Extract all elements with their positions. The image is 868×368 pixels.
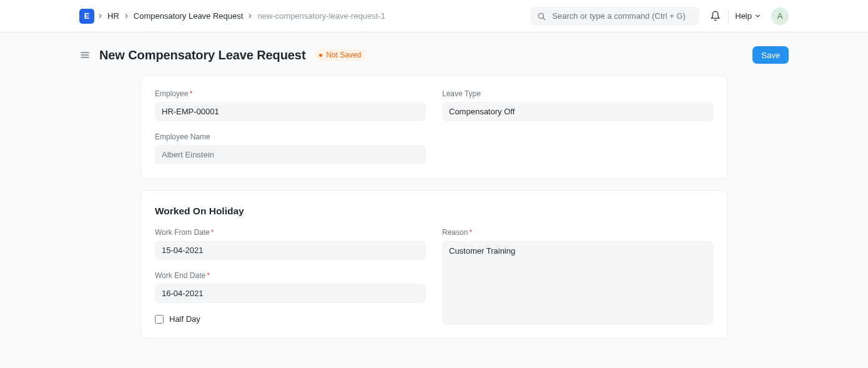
help-menu[interactable]: Help [731, 11, 765, 21]
employee-details-card: Employee* Employee Name Leave Type [141, 75, 727, 179]
divider [728, 9, 729, 24]
chevron-down-icon [754, 12, 761, 19]
bell-icon [710, 11, 721, 21]
reason-label: Reason* [442, 228, 713, 237]
status-badge: Not Saved [314, 49, 367, 61]
work-from-date-input[interactable] [155, 241, 426, 260]
breadcrumb: HR Compensatory Leave Request new-compen… [97, 11, 385, 21]
required-indicator: * [211, 228, 214, 237]
user-avatar[interactable]: A [771, 7, 789, 25]
breadcrumb-item-hr[interactable]: HR [107, 11, 119, 21]
employee-input[interactable] [155, 102, 426, 121]
work-from-field-group: Work From Date* [155, 228, 426, 260]
breadcrumb-item-current: new-compensatory-leave-request-1 [257, 11, 385, 21]
notifications-button[interactable] [704, 6, 726, 27]
status-badge-label: Not Saved [326, 51, 361, 59]
reason-field-group: Reason* [442, 228, 713, 327]
employee-name-label: Employee Name [155, 132, 426, 141]
sidebar-toggle-button[interactable] [79, 49, 91, 61]
work-end-label: Work End Date* [155, 271, 426, 280]
employee-label: Employee* [155, 89, 426, 98]
employee-name-field-group: Employee Name [155, 132, 426, 164]
search-icon [537, 12, 546, 21]
page-header: New Compensatory Leave Request Not Saved… [79, 37, 789, 75]
brand-logo[interactable]: E [79, 9, 94, 24]
leave-type-label: Leave Type [442, 89, 713, 98]
search-input[interactable] [551, 11, 693, 21]
required-indicator: * [469, 228, 472, 237]
half-day-checkbox[interactable] [155, 315, 164, 324]
leave-type-input[interactable] [442, 102, 713, 121]
work-end-field-group: Work End Date* [155, 271, 426, 303]
required-indicator: * [189, 89, 192, 98]
help-label: Help [735, 11, 752, 21]
breadcrumb-item-module[interactable]: Compensatory Leave Request [134, 11, 244, 21]
save-button[interactable]: Save [752, 46, 789, 64]
employee-field-group: Employee* [155, 89, 426, 121]
half-day-label: Half Day [169, 314, 200, 324]
worked-on-holiday-card: Worked On Holiday Work From Date* Work E… [141, 190, 727, 339]
chevron-right-icon [123, 12, 130, 19]
page-body: New Compensatory Leave Request Not Saved… [0, 32, 868, 368]
required-indicator: * [207, 271, 210, 280]
status-dot-icon [319, 54, 322, 57]
section-title: Worked On Holiday [155, 206, 713, 217]
work-end-date-input[interactable] [155, 284, 426, 303]
chevron-right-icon [97, 12, 104, 19]
top-navbar: E HR Compensatory Leave Request new-comp… [0, 0, 868, 32]
global-search[interactable] [531, 7, 699, 26]
leave-type-field-group: Leave Type [442, 89, 713, 121]
employee-name-input [155, 145, 426, 164]
reason-textarea[interactable] [442, 241, 713, 325]
work-from-label: Work From Date* [155, 228, 426, 237]
chevron-right-icon [247, 12, 254, 19]
page-title: New Compensatory Leave Request [99, 48, 305, 62]
svg-line-1 [543, 17, 545, 19]
half-day-checkbox-row[interactable]: Half Day [155, 314, 426, 324]
